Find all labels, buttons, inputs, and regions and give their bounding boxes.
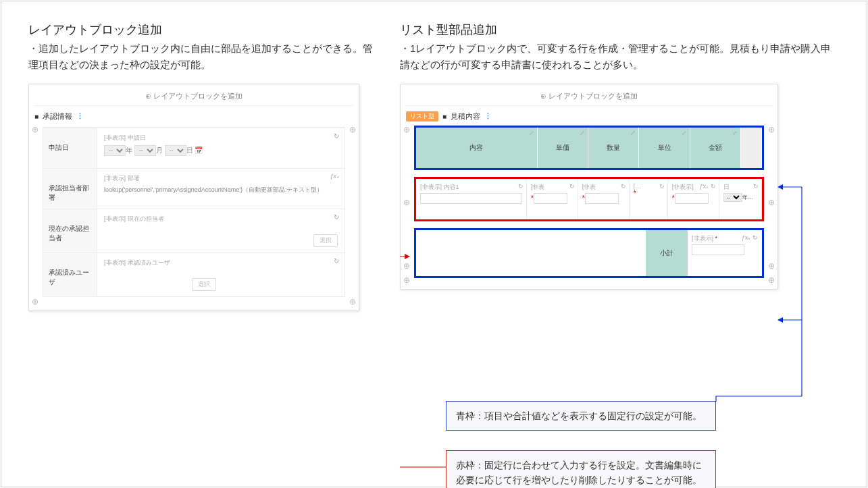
header-cell-label: 金額: [709, 143, 722, 153]
plus-handle-icon[interactable]: ⊕: [768, 261, 775, 271]
add-layout-block-button[interactable]: ⊕ レイアウトブロックを追加: [406, 90, 772, 106]
row-label: 承認担当者部署: [43, 169, 97, 209]
year-select[interactable]: --: [723, 193, 742, 202]
header-cell[interactable]: ⤢単位: [639, 128, 690, 168]
row-label: 承認済みユーザ: [43, 253, 97, 296]
refresh-icon[interactable]: ↻: [334, 213, 339, 221]
header-cell-label: 内容: [469, 143, 483, 153]
form-block: 申請日 [非表示] 申請日 ↻ --年 --月 --日 📅 承認担当: [43, 127, 345, 297]
expand-icon[interactable]: ⤢: [529, 130, 534, 136]
header-cell-label: 単価: [556, 143, 569, 153]
left-panel: ⊕ レイアウトブロックを追加 ■ 承認情報 ⋮ ⊕ ⊕ 申請日 [非表示] 申請…: [28, 84, 359, 311]
plus-handle-icon[interactable]: ⊕: [32, 297, 39, 306]
list-header-row: ⤢内容 ⤢単価 ⤢数量 ⤢単位 ⤢金額: [415, 127, 763, 169]
plus-handle-icon[interactable]: ⊕: [349, 297, 356, 306]
plus-handle-icon[interactable]: ⊕: [349, 125, 356, 134]
refresh-icon[interactable]: ↻: [621, 183, 626, 190]
refresh-icon[interactable]: ↻: [334, 132, 339, 140]
refresh-icon[interactable]: ↻: [518, 183, 524, 190]
plus-handle-icon[interactable]: ⊕: [403, 198, 410, 207]
day-select[interactable]: --: [165, 145, 186, 156]
subtotal-label: 小計: [660, 248, 673, 258]
year-select[interactable]: --: [104, 145, 126, 156]
hidden-label: [非表示] 承認済みユーザ: [104, 259, 170, 266]
row-body: [非表示] 現在の担当者 ↻ 選択: [97, 209, 344, 252]
subtotal-hidden-label: [非表示]: [692, 235, 713, 242]
fx-icon[interactable]: ƒxₓ ↻: [700, 183, 716, 190]
left-title: レイアウトブロック追加: [28, 22, 380, 38]
add-layout-block-button[interactable]: ⊕ レイアウトブロックを追加: [34, 90, 353, 106]
input-field[interactable]: [534, 193, 567, 204]
lookup-text: lookup('personnel','primaryAssignedAccou…: [104, 186, 338, 194]
input-cell[interactable]: [非表示] 内容1 ↻: [416, 179, 527, 219]
input-cell[interactable]: [… ↻ *: [630, 179, 668, 219]
hidden-label: [非表示] 部署: [104, 175, 140, 182]
header-cell-tail: [741, 128, 762, 168]
form-row: 承認済みユーザ [非表示] 承認済みユーザ ↻ 選択: [43, 253, 344, 296]
left-desc: ・追加したレイアウトブロック内に自由に部品を追加することができる。管理項目などの…: [28, 40, 380, 73]
expand-icon[interactable]: ⤢: [630, 130, 636, 136]
subtotal-input[interactable]: [692, 244, 744, 255]
input-field[interactable]: [675, 193, 709, 204]
select-button[interactable]: 選択: [313, 234, 338, 247]
subtotal-value-cell[interactable]: [非表示] ƒxₓ ↻ *: [688, 230, 762, 276]
hidden-label: [非表示] 申請日: [104, 134, 146, 141]
block-menu-icon[interactable]: ⋮: [484, 112, 492, 121]
header-cell[interactable]: ⤢内容: [416, 128, 538, 168]
input-cell[interactable]: [非表 ↻ *: [527, 179, 578, 219]
month-select[interactable]: --: [134, 145, 156, 156]
form-row: 申請日 [非表示] 申請日 ↻ --年 --月 --日 📅: [43, 128, 344, 169]
input-cell-label: 日: [723, 183, 757, 192]
fx-icon[interactable]: ƒxₓ ↻: [742, 234, 758, 241]
required-mark: *: [634, 190, 636, 197]
fx-icon[interactable]: ƒxₓ: [330, 173, 339, 180]
bullet-icon: ■: [442, 113, 446, 120]
row-label: 現在の承認担当者: [43, 209, 97, 252]
input-cell-label: [非表示] 内容1: [420, 183, 522, 192]
date-selects: --年 --月 --日 📅: [104, 145, 338, 156]
form-row: 現在の承認担当者 [非表示] 現在の担当者 ↻ 選択: [43, 209, 344, 253]
plus-handle-icon[interactable]: ⊕: [768, 125, 775, 134]
plus-handle-icon[interactable]: ⊕: [403, 275, 410, 285]
form-row: 承認担当者部署 [非表示] 部署 ƒxₓ lookup('personnel',…: [43, 169, 344, 209]
right-desc: ・1レイアウトブロック内で、可変する行を作成・管理することが可能。見積もり申請や…: [400, 40, 832, 73]
input-cell[interactable]: [非表 ↻ *: [578, 179, 630, 219]
right-title: リスト型部品追加: [400, 22, 832, 38]
input-cell[interactable]: 日 ↻ --年…: [719, 179, 762, 219]
block-menu-icon[interactable]: ⋮: [76, 112, 84, 121]
right-column: リスト型部品追加 ・1レイアウトブロック内で、可変する行を作成・管理することが可…: [400, 22, 832, 466]
refresh-icon[interactable]: ↻: [334, 257, 339, 265]
expand-icon[interactable]: ⤢: [682, 130, 687, 136]
input-field[interactable]: [585, 193, 619, 204]
header-cell-label: 数量: [607, 143, 620, 153]
row-label: 申請日: [43, 128, 97, 168]
day-unit: 日: [186, 146, 193, 154]
right-panel: ⊕ レイアウトブロックを追加 リスト型 ■ 見積内容 ⋮ ⊕ ⊕ ⤢内容 ⤢単価…: [400, 84, 778, 290]
block-title: 承認情報: [43, 111, 72, 121]
expand-icon[interactable]: ⤢: [732, 130, 738, 136]
plus-handle-icon[interactable]: ⊕: [403, 261, 410, 271]
subtotal-label-cell: 小計: [646, 230, 688, 276]
plus-handle-icon[interactable]: ⊕: [768, 275, 775, 285]
header-cell[interactable]: ⤢数量: [588, 128, 639, 168]
header-cell-label: 単位: [658, 143, 671, 153]
subtotal-blank: [416, 230, 646, 276]
bullet-icon: ■: [34, 113, 39, 120]
svg-marker-0: [777, 184, 783, 190]
plus-handle-icon[interactable]: ⊕: [403, 125, 410, 134]
expand-icon[interactable]: ⤢: [580, 130, 585, 136]
header-cell[interactable]: ⤢単価: [538, 128, 588, 168]
refresh-icon[interactable]: ↻: [659, 183, 665, 190]
header-cell[interactable]: ⤢金額: [690, 128, 741, 168]
refresh-icon[interactable]: ↻: [569, 183, 575, 190]
select-button[interactable]: 選択: [192, 278, 216, 291]
input-cell[interactable]: [非表示] ƒxₓ ↻ *: [668, 179, 719, 219]
calendar-icon[interactable]: 📅: [195, 146, 203, 154]
year-unit: 年: [126, 146, 132, 154]
refresh-icon[interactable]: ↻: [753, 183, 759, 190]
list-subtotal-row: 小計 [非表示] ƒxₓ ↻ *: [415, 229, 763, 277]
plus-handle-icon[interactable]: ⊕: [768, 198, 775, 207]
input-field[interactable]: [420, 193, 522, 204]
plus-handle-icon[interactable]: ⊕: [32, 125, 39, 134]
list-input-row: [非表示] 内容1 ↻ [非表 ↻ * [非表 ↻ * [… ↻ *: [415, 178, 763, 220]
